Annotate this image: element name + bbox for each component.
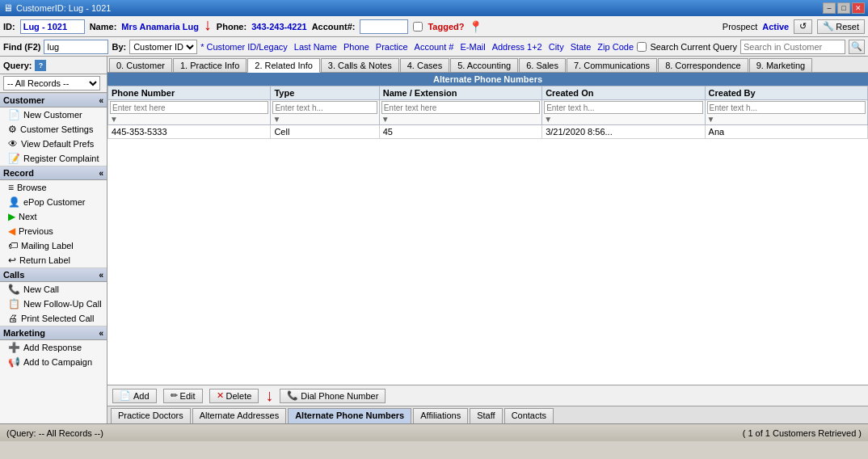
sidebar-item-view-default-prefs[interactable]: 👁 View Default Prefs: [0, 137, 107, 151]
sidebar-item-mailing-label[interactable]: 🏷 Mailing Label: [0, 238, 107, 253]
filter-phone[interactable]: [110, 101, 268, 114]
status-bar: (Query: -- All Records --) ( 1 of 1 Cust…: [0, 423, 868, 441]
tab-sales[interactable]: 6. Sales: [519, 58, 566, 72]
sidebar-item-new-followup[interactable]: 📋 New Follow-Up Call: [0, 297, 107, 311]
sidebar-section-marketing[interactable]: Marketing «: [0, 326, 107, 340]
tab-accounting[interactable]: 5. Accounting: [450, 58, 518, 72]
nav-phone[interactable]: Phone: [343, 42, 369, 52]
top-toolbar: ID: Name: Mrs Anamaria Lug ↓ Phone: 343-…: [0, 16, 868, 37]
minimize-button[interactable]: –: [823, 2, 836, 14]
table-row[interactable]: 445-353-5333 Cell 45 3/21/2020 8:56... A…: [108, 125, 868, 139]
reset-button[interactable]: 🔧 Reset: [817, 19, 865, 34]
add-campaign-label: Add to Campaign: [23, 357, 92, 367]
section-title: Alternate Phone Numbers: [107, 73, 868, 86]
records-dropdown[interactable]: -- All Records --: [3, 76, 100, 91]
sidebar-item-new-call[interactable]: 📞 New Call: [0, 282, 107, 297]
mailing-label-label: Mailing Label: [21, 241, 74, 251]
add-response-icon: ➕: [8, 342, 20, 353]
sidebar-item-print-call[interactable]: 🖨 Print Selected Call: [0, 311, 107, 326]
col-name-ext: Name / Extension: [379, 86, 541, 100]
search-right: Search Current Query 🔍: [637, 40, 865, 54]
sidebar-item-epop-customer[interactable]: 👤 ePop Customer: [0, 195, 107, 209]
search-button[interactable]: 🔍: [849, 40, 865, 54]
edit-label: Edit: [180, 391, 196, 401]
sidebar-item-next[interactable]: ▶ Next: [0, 209, 107, 224]
bottom-tab-affiliations[interactable]: Affiliations: [413, 408, 468, 423]
name-value: Mrs Anamaria Lug: [121, 22, 199, 32]
tab-calls-notes[interactable]: 3. Calls & Notes: [321, 58, 399, 72]
query-help-icon[interactable]: ?: [35, 60, 46, 71]
maximize-button[interactable]: □: [837, 2, 850, 14]
filter-type[interactable]: [272, 101, 377, 114]
view-prefs-label: View Default Prefs: [21, 139, 94, 149]
filter-created-by[interactable]: [707, 101, 866, 114]
customer-settings-label: Customer Settings: [20, 124, 93, 134]
sidebar-item-previous[interactable]: ◀ Previous: [0, 224, 107, 238]
edit-button[interactable]: ✏ Edit: [163, 389, 203, 403]
tab-cases[interactable]: 4. Cases: [400, 58, 449, 72]
sidebar-item-register-complaint[interactable]: 📝 Register Complaint: [0, 151, 107, 166]
return-label-icon: ↩: [8, 255, 16, 266]
nav-state[interactable]: State: [571, 42, 592, 52]
nav-address[interactable]: Address 1+2: [492, 42, 542, 52]
col-phone-number: Phone Number: [108, 86, 271, 100]
tab-correspondence[interactable]: 8. Correspondence: [658, 58, 748, 72]
customer-section-label: Customer: [3, 95, 44, 105]
search-current-query-checkbox[interactable]: [637, 42, 647, 52]
bottom-tab-practice-doctors[interactable]: Practice Doctors: [111, 408, 191, 423]
tab-communications[interactable]: 7. Communications: [567, 58, 657, 72]
nav-last-name[interactable]: Last Name: [294, 42, 337, 52]
nav-customer-id[interactable]: * Customer ID/Legacy: [200, 42, 288, 52]
sidebar-item-add-campaign[interactable]: 📢 Add to Campaign: [0, 355, 107, 369]
sidebar-item-customer-settings[interactable]: ⚙ Customer Settings: [0, 122, 107, 137]
previous-label: Previous: [19, 226, 53, 236]
sidebar-section-record[interactable]: Record «: [0, 166, 107, 180]
nav-account[interactable]: Account #: [415, 42, 454, 52]
search-input[interactable]: [740, 40, 845, 54]
register-complaint-label: Register Complaint: [23, 154, 99, 163]
main-layout: Query: ? -- All Records -- Customer « 📄 …: [0, 57, 868, 423]
id-input[interactable]: [20, 19, 85, 34]
bottom-tab-contacts[interactable]: Contacts: [504, 408, 554, 423]
close-button[interactable]: ✕: [852, 2, 865, 14]
tab-related-info[interactable]: 2. Related Info: [247, 58, 320, 73]
nav-practice[interactable]: Practice: [376, 42, 408, 52]
find-input[interactable]: [44, 40, 108, 54]
dial-icon: 📞: [287, 390, 298, 401]
tab-customer[interactable]: 0. Customer: [109, 58, 172, 72]
bottom-tab-alternate-phones[interactable]: Alternate Phone Numbers: [288, 408, 411, 423]
nav-city[interactable]: City: [549, 42, 564, 52]
sidebar-item-new-customer[interactable]: 📄 New Customer: [0, 107, 107, 122]
account-input[interactable]: [360, 19, 408, 34]
account-label: Account#:: [312, 22, 356, 32]
customer-settings-icon: ⚙: [8, 124, 17, 135]
tab-marketing[interactable]: 9. Marketing: [749, 58, 813, 72]
dial-button[interactable]: 📞 Dial Phone Number: [280, 389, 386, 403]
filter-name-ext[interactable]: [381, 101, 540, 114]
sidebar-section-calls[interactable]: Calls «: [0, 267, 107, 282]
sidebar-item-return-label[interactable]: ↩ Return Label: [0, 253, 107, 267]
reset-label: Reset: [836, 22, 859, 32]
tab-practice-info[interactable]: 1. Practice Info: [173, 58, 246, 72]
add-button[interactable]: 📄 Add: [112, 389, 157, 403]
new-call-icon: 📞: [8, 284, 20, 295]
filter-created-on[interactable]: [544, 101, 702, 114]
epop-icon: 👤: [8, 196, 20, 208]
add-campaign-icon: 📢: [8, 356, 20, 368]
refresh-button[interactable]: ↺: [794, 19, 812, 34]
bottom-tab-alternate-addresses[interactable]: Alternate Addresses: [192, 408, 286, 423]
register-complaint-icon: 📝: [8, 153, 20, 164]
cell-type: Cell: [271, 125, 379, 139]
title-bar: 🖥 CustomerID: Lug - 1021 – □ ✕: [0, 0, 868, 16]
sidebar-section-customer[interactable]: Customer «: [0, 93, 107, 107]
delete-button[interactable]: ✕ Delete: [209, 389, 259, 403]
window-title: CustomerID: Lug - 1021: [16, 3, 111, 13]
bottom-tab-staff[interactable]: Staff: [470, 408, 502, 423]
nav-email[interactable]: E-Mail: [460, 42, 485, 52]
by-dropdown[interactable]: Customer ID Last Name Phone: [129, 40, 197, 54]
sidebar-item-add-response[interactable]: ➕ Add Response: [0, 340, 107, 355]
sidebar-item-browse[interactable]: ≡ Browse: [0, 180, 107, 195]
nav-zip[interactable]: Zip Code: [597, 42, 634, 52]
cell-phone-number: 445-353-5333: [108, 125, 271, 139]
tagged-checkbox[interactable]: [413, 22, 423, 32]
